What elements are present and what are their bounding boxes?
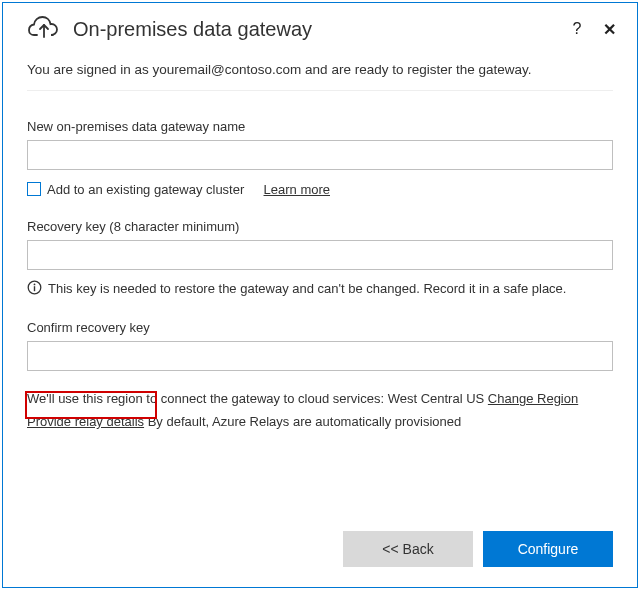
- relay-row: Provide relay details By default, Azure …: [27, 412, 613, 438]
- region-text: We'll use this region to connect the gat…: [27, 389, 613, 409]
- change-region-link[interactable]: Change Region: [488, 391, 578, 406]
- recovery-info-row: This key is needed to restore the gatewa…: [27, 280, 613, 298]
- recovery-info-text: This key is needed to restore the gatewa…: [48, 281, 566, 296]
- dialog-footer: << Back Configure: [3, 515, 637, 587]
- back-button[interactable]: << Back: [343, 531, 473, 567]
- help-icon[interactable]: ?: [567, 20, 587, 38]
- close-icon[interactable]: ✕: [599, 20, 619, 39]
- dialog-window: On-premises data gateway ? ✕ You are sig…: [2, 2, 638, 588]
- region-name: West Central US: [388, 391, 485, 406]
- intro-text: You are signed in as youremail@contoso.c…: [27, 61, 613, 91]
- confirm-key-label: Confirm recovery key: [27, 320, 613, 335]
- cluster-checkbox-row: Add to an existing gateway cluster Learn…: [27, 182, 613, 197]
- relay-suffix: By default, Azure Relays are automatical…: [144, 414, 461, 429]
- learn-more-link[interactable]: Learn more: [264, 182, 330, 197]
- cluster-checkbox-label: Add to an existing gateway cluster: [47, 182, 244, 197]
- gateway-name-input[interactable]: [27, 140, 613, 170]
- dialog-content: You are signed in as youremail@contoso.c…: [3, 53, 637, 515]
- configure-button[interactable]: Configure: [483, 531, 613, 567]
- confirm-key-input[interactable]: [27, 341, 613, 371]
- svg-point-2: [34, 283, 36, 285]
- title-bar: On-premises data gateway ? ✕: [3, 3, 637, 53]
- svg-rect-3: [34, 286, 35, 291]
- info-icon: [27, 280, 42, 298]
- recovery-key-input[interactable]: [27, 240, 613, 270]
- recovery-key-label: Recovery key (8 character minimum): [27, 219, 613, 234]
- gateway-name-label: New on-premises data gateway name: [27, 119, 613, 134]
- cloud-upload-icon: [27, 13, 61, 45]
- dialog-title: On-premises data gateway: [73, 18, 555, 41]
- cluster-checkbox[interactable]: [27, 182, 41, 196]
- region-prefix: We'll use this region to connect the gat…: [27, 391, 388, 406]
- provide-relay-link[interactable]: Provide relay details: [27, 414, 144, 429]
